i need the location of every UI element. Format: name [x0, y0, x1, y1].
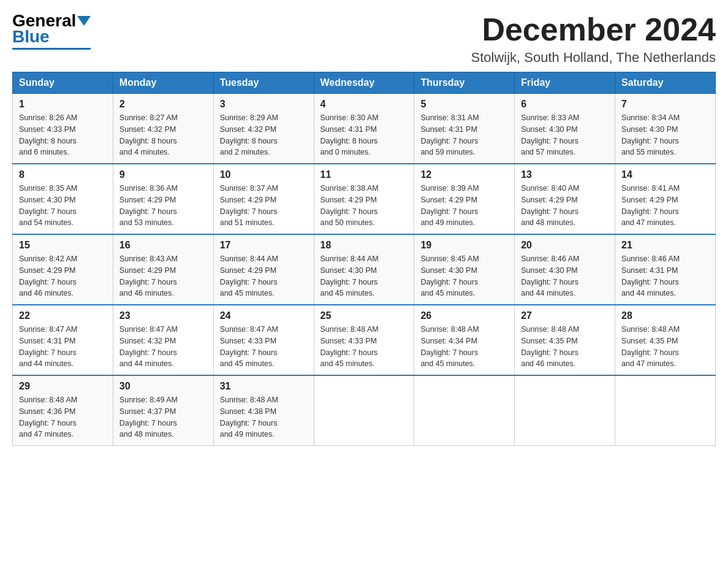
calendar-cell: 3 Sunrise: 8:29 AMSunset: 4:32 PMDayligh… — [213, 94, 314, 164]
day-number: 5 — [420, 99, 508, 110]
day-number: 18 — [320, 240, 408, 251]
month-year-title: December 2024 — [471, 12, 716, 47]
day-number: 24 — [220, 310, 308, 321]
calendar-cell: 28 Sunrise: 8:48 AMSunset: 4:35 PMDaylig… — [615, 305, 716, 375]
calendar-cell — [515, 375, 615, 446]
calendar-cell: 10 Sunrise: 8:37 AMSunset: 4:29 PMDaylig… — [213, 164, 314, 234]
day-info: Sunrise: 8:49 AMSunset: 4:37 PMDaylight:… — [119, 396, 178, 439]
logo-underline — [12, 48, 91, 50]
day-info: Sunrise: 8:47 AMSunset: 4:31 PMDaylight:… — [19, 325, 77, 368]
day-number: 4 — [320, 99, 408, 110]
calendar-cell: 27 Sunrise: 8:48 AMSunset: 4:35 PMDaylig… — [515, 305, 615, 375]
calendar-cell: 16 Sunrise: 8:43 AMSunset: 4:29 PMDaylig… — [113, 234, 213, 305]
header-wednesday: Wednesday — [314, 72, 414, 94]
calendar-cell: 9 Sunrise: 8:36 AMSunset: 4:29 PMDayligh… — [113, 164, 213, 234]
header-friday: Friday — [515, 72, 615, 94]
header-thursday: Thursday — [414, 72, 515, 94]
calendar-cell: 30 Sunrise: 8:49 AMSunset: 4:37 PMDaylig… — [113, 375, 213, 446]
day-info: Sunrise: 8:41 AMSunset: 4:29 PMDaylight:… — [621, 184, 680, 227]
day-info: Sunrise: 8:35 AMSunset: 4:30 PMDaylight:… — [19, 184, 77, 227]
week-row-3: 15 Sunrise: 8:42 AMSunset: 4:29 PMDaylig… — [13, 234, 716, 305]
day-info: Sunrise: 8:47 AMSunset: 4:33 PMDaylight:… — [220, 325, 278, 368]
day-number: 8 — [19, 169, 107, 180]
calendar-cell: 5 Sunrise: 8:31 AMSunset: 4:31 PMDayligh… — [414, 94, 515, 164]
day-info: Sunrise: 8:39 AMSunset: 4:29 PMDaylight:… — [420, 184, 479, 227]
calendar-cell: 13 Sunrise: 8:40 AMSunset: 4:29 PMDaylig… — [515, 164, 615, 234]
day-number: 19 — [420, 240, 508, 251]
day-number: 11 — [320, 169, 408, 180]
day-info: Sunrise: 8:48 AMSunset: 4:34 PMDaylight:… — [420, 325, 479, 368]
day-info: Sunrise: 8:33 AMSunset: 4:30 PMDaylight:… — [521, 113, 579, 156]
day-info: Sunrise: 8:47 AMSunset: 4:32 PMDaylight:… — [119, 325, 178, 368]
week-row-5: 29 Sunrise: 8:48 AMSunset: 4:36 PMDaylig… — [13, 375, 716, 446]
day-number: 29 — [19, 381, 107, 392]
day-number: 13 — [521, 169, 609, 180]
calendar-cell — [314, 375, 414, 446]
calendar-cell: 20 Sunrise: 8:46 AMSunset: 4:30 PMDaylig… — [515, 234, 615, 305]
calendar-cell: 23 Sunrise: 8:47 AMSunset: 4:32 PMDaylig… — [113, 305, 213, 375]
day-number: 27 — [521, 310, 609, 321]
calendar-cell: 2 Sunrise: 8:27 AMSunset: 4:32 PMDayligh… — [113, 94, 213, 164]
calendar-cell — [414, 375, 515, 446]
calendar-cell: 1 Sunrise: 8:26 AMSunset: 4:33 PMDayligh… — [13, 94, 113, 164]
header-tuesday: Tuesday — [213, 72, 314, 94]
calendar-cell: 8 Sunrise: 8:35 AMSunset: 4:30 PMDayligh… — [13, 164, 113, 234]
day-info: Sunrise: 8:48 AMSunset: 4:38 PMDaylight:… — [220, 396, 278, 439]
calendar-cell: 21 Sunrise: 8:46 AMSunset: 4:31 PMDaylig… — [615, 234, 716, 305]
day-number: 31 — [220, 381, 308, 392]
calendar-cell: 4 Sunrise: 8:30 AMSunset: 4:31 PMDayligh… — [314, 94, 414, 164]
day-info: Sunrise: 8:34 AMSunset: 4:30 PMDaylight:… — [621, 113, 680, 156]
calendar-cell: 6 Sunrise: 8:33 AMSunset: 4:30 PMDayligh… — [515, 94, 615, 164]
day-info: Sunrise: 8:36 AMSunset: 4:29 PMDaylight:… — [119, 184, 178, 227]
day-number: 10 — [220, 169, 308, 180]
calendar-table: SundayMondayTuesdayWednesdayThursdayFrid… — [12, 72, 716, 446]
day-number: 9 — [119, 169, 207, 180]
calendar-cell: 18 Sunrise: 8:44 AMSunset: 4:30 PMDaylig… — [314, 234, 414, 305]
calendar-cell: 15 Sunrise: 8:42 AMSunset: 4:29 PMDaylig… — [13, 234, 113, 305]
calendar-cell: 14 Sunrise: 8:41 AMSunset: 4:29 PMDaylig… — [615, 164, 716, 234]
week-row-4: 22 Sunrise: 8:47 AMSunset: 4:31 PMDaylig… — [13, 305, 716, 375]
day-number: 30 — [119, 381, 207, 392]
day-number: 6 — [521, 99, 609, 110]
day-info: Sunrise: 8:37 AMSunset: 4:29 PMDaylight:… — [220, 184, 278, 227]
title-block: December 2024 Stolwijk, South Holland, T… — [471, 12, 716, 66]
calendar-cell — [615, 375, 716, 446]
header-monday: Monday — [113, 72, 213, 94]
day-number: 15 — [19, 240, 107, 251]
day-info: Sunrise: 8:48 AMSunset: 4:33 PMDaylight:… — [320, 325, 379, 368]
day-number: 28 — [621, 310, 709, 321]
page-header: General Blue December 2024 Stolwijk, Sou… — [12, 12, 716, 66]
day-info: Sunrise: 8:46 AMSunset: 4:31 PMDaylight:… — [621, 255, 680, 297]
day-number: 23 — [119, 310, 207, 321]
day-number: 25 — [320, 310, 408, 321]
calendar-cell: 31 Sunrise: 8:48 AMSunset: 4:38 PMDaylig… — [213, 375, 314, 446]
day-info: Sunrise: 8:46 AMSunset: 4:30 PMDaylight:… — [521, 255, 579, 297]
day-info: Sunrise: 8:30 AMSunset: 4:31 PMDaylight:… — [320, 113, 379, 156]
day-info: Sunrise: 8:26 AMSunset: 4:33 PMDaylight:… — [19, 113, 77, 156]
calendar-cell: 24 Sunrise: 8:47 AMSunset: 4:33 PMDaylig… — [213, 305, 314, 375]
day-info: Sunrise: 8:48 AMSunset: 4:36 PMDaylight:… — [19, 396, 77, 439]
svg-marker-0 — [77, 16, 91, 26]
day-info: Sunrise: 8:42 AMSunset: 4:29 PMDaylight:… — [19, 255, 77, 297]
location-subtitle: Stolwijk, South Holland, The Netherlands — [471, 50, 716, 66]
day-number: 21 — [621, 240, 709, 251]
logo: General Blue — [12, 12, 91, 50]
day-info: Sunrise: 8:38 AMSunset: 4:29 PMDaylight:… — [320, 184, 379, 227]
day-info: Sunrise: 8:44 AMSunset: 4:30 PMDaylight:… — [320, 255, 379, 297]
day-info: Sunrise: 8:31 AMSunset: 4:31 PMDaylight:… — [420, 113, 479, 156]
day-number: 17 — [220, 240, 308, 251]
day-info: Sunrise: 8:45 AMSunset: 4:30 PMDaylight:… — [420, 255, 479, 297]
calendar-cell: 26 Sunrise: 8:48 AMSunset: 4:34 PMDaylig… — [414, 305, 515, 375]
calendar-cell: 11 Sunrise: 8:38 AMSunset: 4:29 PMDaylig… — [314, 164, 414, 234]
calendar-cell: 19 Sunrise: 8:45 AMSunset: 4:30 PMDaylig… — [414, 234, 515, 305]
day-number: 3 — [220, 99, 308, 110]
day-number: 22 — [19, 310, 107, 321]
week-row-1: 1 Sunrise: 8:26 AMSunset: 4:33 PMDayligh… — [13, 94, 716, 164]
day-number: 12 — [420, 169, 508, 180]
day-number: 14 — [621, 169, 709, 180]
calendar-cell: 29 Sunrise: 8:48 AMSunset: 4:36 PMDaylig… — [13, 375, 113, 446]
day-info: Sunrise: 8:27 AMSunset: 4:32 PMDaylight:… — [119, 113, 178, 156]
day-number: 26 — [420, 310, 508, 321]
day-number: 7 — [621, 99, 709, 110]
calendar-cell: 22 Sunrise: 8:47 AMSunset: 4:31 PMDaylig… — [13, 305, 113, 375]
